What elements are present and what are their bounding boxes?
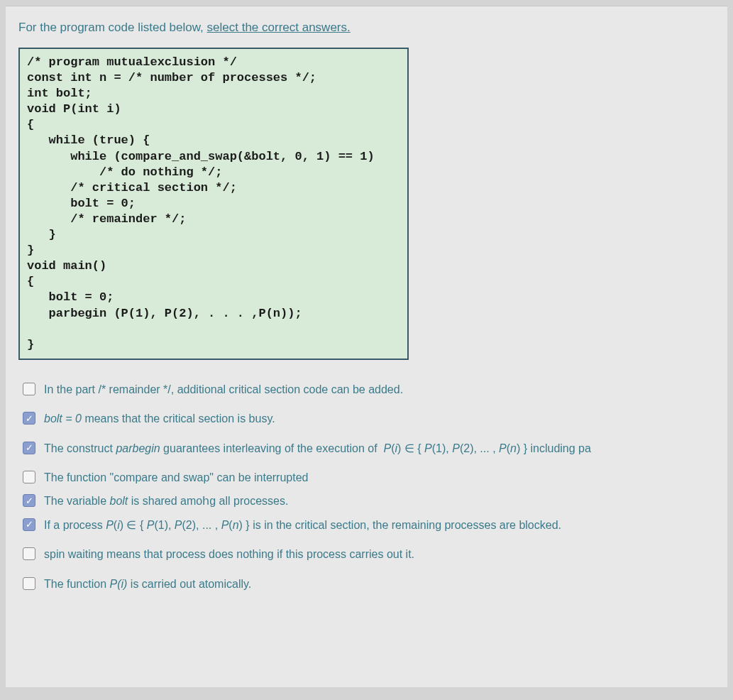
option-2-label: bolt = 0 means that the critical section… — [44, 410, 275, 427]
option-4-label: The function "compare and swap" can be i… — [44, 469, 308, 486]
checkbox-3[interactable]: ✓ — [23, 442, 35, 454]
option-5-label: The variable bolt is shared amo𝗁g all pr… — [44, 493, 288, 509]
option-3[interactable]: ✓ The construct parbegin guarantees inte… — [23, 440, 727, 456]
question-prefix: For the program code listed below, — [18, 21, 207, 34]
option-1-label: In the part /* remainder */, additional … — [44, 381, 403, 398]
option-7-label: spin waiting means that process does not… — [44, 546, 414, 562]
checkbox-8[interactable] — [23, 577, 35, 590]
option-6[interactable]: ✓ If a process P(i) ∈ { P(1), P(2), ... … — [23, 517, 727, 533]
option-6-label: If a process P(i) ∈ { P(1), P(2), ... , … — [44, 517, 561, 533]
code-listing: /* program mutualexclusion */ const int … — [18, 48, 409, 360]
question-page: For the program code listed below, selec… — [6, 6, 727, 687]
option-1[interactable]: In the part /* remainder */, additional … — [23, 381, 727, 398]
question-underlined: select the correct answers. — [207, 21, 351, 34]
checkbox-6[interactable]: ✓ — [23, 518, 35, 531]
answer-options: In the part /* remainder */, additional … — [18, 381, 727, 592]
option-8-label: The function P(i) is carried out atomica… — [44, 576, 251, 592]
option-2[interactable]: ✓ bolt = 0 means that the critical secti… — [23, 410, 727, 427]
option-8[interactable]: The function P(i) is carried out atomica… — [23, 576, 727, 592]
option-5[interactable]: ✓ The variable bolt is shared amo𝗁g all … — [23, 493, 727, 509]
checkbox-7[interactable] — [23, 547, 35, 560]
checkbox-1[interactable] — [23, 383, 35, 395]
checkbox-4[interactable] — [23, 471, 35, 483]
question-text: For the program code listed below, selec… — [18, 21, 727, 35]
checkbox-2[interactable]: ✓ — [23, 412, 35, 425]
option-4[interactable]: The function "compare and swap" can be i… — [23, 469, 727, 486]
option-7[interactable]: spin waiting means that process does not… — [23, 546, 727, 562]
checkbox-5[interactable]: ✓ — [23, 494, 35, 507]
option-3-label: The construct parbegin guarantees interl… — [44, 440, 591, 456]
